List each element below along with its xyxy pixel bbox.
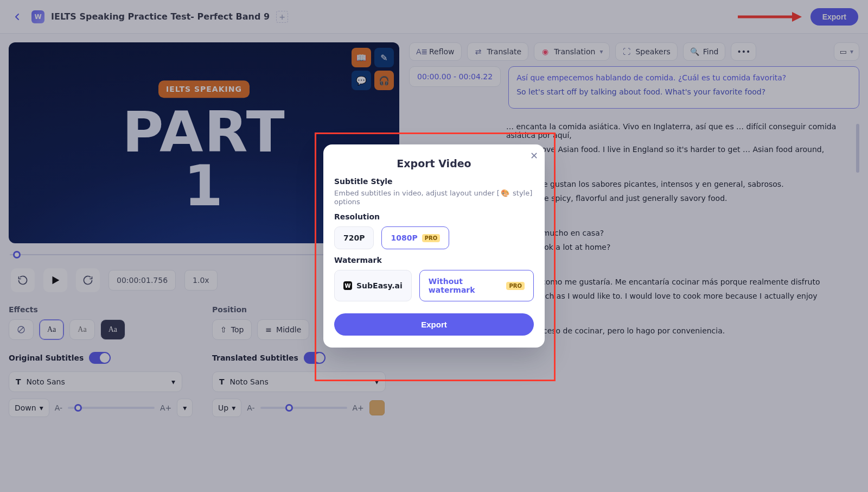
close-icon[interactable]: ✕ [530, 150, 538, 161]
modal-export-button[interactable]: Export [334, 313, 534, 336]
brand-logo-icon: W [343, 281, 352, 290]
subtitle-style-sub: Embed subtitles in video, adjust layout … [334, 189, 534, 206]
watermark-brand[interactable]: WSubEasy.ai [334, 270, 412, 301]
watermark-none[interactable]: Without watermarkPRO [419, 270, 534, 301]
res-1080[interactable]: 1080PPRO [381, 226, 449, 249]
modal-overlay[interactable]: ✕ Export Video Subtitle Style Embed subt… [0, 0, 868, 426]
modal-title: Export Video [334, 157, 534, 169]
res-720[interactable]: 720P [334, 226, 374, 249]
subtitle-style-title: Subtitle Style [334, 177, 534, 186]
watermark-title: Watermark [334, 256, 534, 264]
resolution-title: Resolution [334, 212, 534, 221]
pro-badge: PRO [506, 282, 525, 290]
pro-badge: PRO [422, 234, 441, 242]
export-modal: ✕ Export Video Subtitle Style Embed subt… [323, 144, 545, 348]
style-emoji-icon: 🎨 [501, 189, 509, 198]
